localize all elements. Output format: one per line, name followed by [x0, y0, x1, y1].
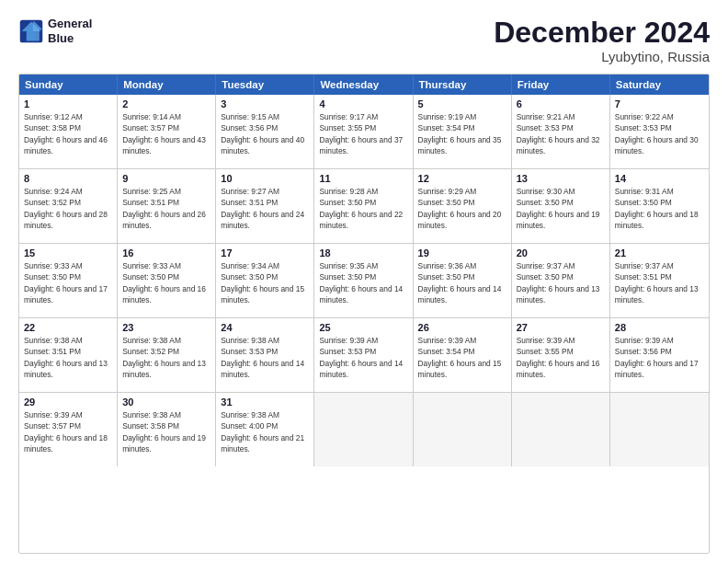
- table-row: 13Sunrise: 9:30 AM Sunset: 3:50 PM Dayli…: [512, 169, 610, 243]
- day-number: 11: [319, 173, 407, 184]
- day-number: 23: [122, 322, 210, 333]
- cell-details: Sunrise: 9:39 AM Sunset: 3:55 PM Dayligh…: [517, 335, 605, 380]
- table-row: 20Sunrise: 9:37 AM Sunset: 3:50 PM Dayli…: [512, 244, 610, 317]
- header-saturday: Saturday: [610, 75, 709, 95]
- cell-details: Sunrise: 9:21 AM Sunset: 3:53 PM Dayligh…: [517, 111, 605, 156]
- cell-details: Sunrise: 9:38 AM Sunset: 3:51 PM Dayligh…: [24, 335, 112, 380]
- table-row: 12Sunrise: 9:29 AM Sunset: 3:50 PM Dayli…: [414, 169, 512, 243]
- table-row: 7Sunrise: 9:22 AM Sunset: 3:53 PM Daylig…: [610, 95, 709, 168]
- header-wednesday: Wednesday: [314, 75, 413, 95]
- table-row: 17Sunrise: 9:34 AM Sunset: 3:50 PM Dayli…: [216, 244, 314, 317]
- calendar-body: 1Sunrise: 9:12 AM Sunset: 3:58 PM Daylig…: [19, 95, 709, 466]
- title-block: December 2024 Lyubytino, Russia: [494, 17, 710, 64]
- cell-details: Sunrise: 9:31 AM Sunset: 3:50 PM Dayligh…: [615, 186, 704, 231]
- table-row: 28Sunrise: 9:39 AM Sunset: 3:56 PM Dayli…: [610, 318, 709, 392]
- cell-details: Sunrise: 9:35 AM Sunset: 3:50 PM Dayligh…: [319, 260, 407, 305]
- day-number: 10: [221, 173, 309, 184]
- cell-details: Sunrise: 9:37 AM Sunset: 3:51 PM Dayligh…: [615, 260, 704, 305]
- day-number: 7: [615, 98, 704, 109]
- cal-row-2: 8Sunrise: 9:24 AM Sunset: 3:52 PM Daylig…: [19, 169, 709, 244]
- cell-details: Sunrise: 9:12 AM Sunset: 3:58 PM Dayligh…: [24, 111, 112, 156]
- cell-details: Sunrise: 9:34 AM Sunset: 3:50 PM Dayligh…: [221, 260, 309, 305]
- table-row: 24Sunrise: 9:38 AM Sunset: 3:53 PM Dayli…: [216, 318, 314, 392]
- header-tuesday: Tuesday: [216, 75, 314, 95]
- day-number: 9: [122, 173, 210, 184]
- location: Lyubytino, Russia: [494, 49, 710, 64]
- month-title: December 2024: [494, 17, 710, 49]
- table-row: 18Sunrise: 9:35 AM Sunset: 3:50 PM Dayli…: [314, 244, 413, 317]
- cell-details: Sunrise: 9:39 AM Sunset: 3:56 PM Dayligh…: [615, 335, 704, 380]
- day-number: 13: [517, 173, 605, 184]
- day-number: 18: [319, 247, 407, 259]
- cell-details: Sunrise: 9:25 AM Sunset: 3:51 PM Dayligh…: [122, 186, 210, 231]
- day-number: 5: [418, 98, 506, 109]
- header-monday: Monday: [118, 75, 216, 95]
- calendar-header: Sunday Monday Tuesday Wednesday Thursday…: [19, 75, 709, 95]
- table-row: 29Sunrise: 9:39 AM Sunset: 3:57 PM Dayli…: [19, 393, 118, 466]
- table-row: 14Sunrise: 9:31 AM Sunset: 3:50 PM Dayli…: [610, 169, 709, 243]
- day-number: 19: [418, 247, 506, 259]
- cell-details: Sunrise: 9:33 AM Sunset: 3:50 PM Dayligh…: [122, 260, 210, 305]
- table-row: 31Sunrise: 9:38 AM Sunset: 4:00 PM Dayli…: [216, 393, 314, 466]
- cell-details: Sunrise: 9:24 AM Sunset: 3:52 PM Dayligh…: [24, 186, 112, 231]
- table-row: 6Sunrise: 9:21 AM Sunset: 3:53 PM Daylig…: [512, 95, 610, 168]
- table-row: 25Sunrise: 9:39 AM Sunset: 3:53 PM Dayli…: [314, 318, 413, 392]
- day-number: 20: [517, 247, 605, 259]
- logo-text: General Blue: [48, 17, 92, 45]
- table-row: 21Sunrise: 9:37 AM Sunset: 3:51 PM Dayli…: [610, 244, 709, 317]
- calendar: Sunday Monday Tuesday Wednesday Thursday…: [18, 74, 710, 554]
- cell-details: Sunrise: 9:14 AM Sunset: 3:57 PM Dayligh…: [122, 111, 210, 156]
- table-row: [414, 393, 512, 466]
- day-number: 16: [122, 247, 210, 259]
- day-number: 2: [122, 98, 210, 109]
- table-row: [610, 393, 709, 466]
- day-number: 25: [319, 322, 407, 333]
- cell-details: Sunrise: 9:38 AM Sunset: 3:52 PM Dayligh…: [122, 335, 210, 380]
- table-row: 8Sunrise: 9:24 AM Sunset: 3:52 PM Daylig…: [19, 169, 118, 243]
- table-row: 26Sunrise: 9:39 AM Sunset: 3:54 PM Dayli…: [414, 318, 512, 392]
- cell-details: Sunrise: 9:17 AM Sunset: 3:55 PM Dayligh…: [319, 111, 407, 156]
- cell-details: Sunrise: 9:39 AM Sunset: 3:57 PM Dayligh…: [24, 409, 112, 454]
- table-row: 10Sunrise: 9:27 AM Sunset: 3:51 PM Dayli…: [216, 169, 314, 243]
- table-row: 9Sunrise: 9:25 AM Sunset: 3:51 PM Daylig…: [118, 169, 216, 243]
- cell-details: Sunrise: 9:36 AM Sunset: 3:50 PM Dayligh…: [418, 260, 506, 305]
- day-number: 4: [319, 98, 407, 109]
- table-row: 2Sunrise: 9:14 AM Sunset: 3:57 PM Daylig…: [118, 95, 216, 168]
- day-number: 3: [221, 98, 309, 109]
- table-row: 3Sunrise: 9:15 AM Sunset: 3:56 PM Daylig…: [216, 95, 314, 168]
- table-row: 5Sunrise: 9:19 AM Sunset: 3:54 PM Daylig…: [414, 95, 512, 168]
- header: General Blue December 2024 Lyubytino, Ru…: [18, 17, 710, 64]
- cell-details: Sunrise: 9:30 AM Sunset: 3:50 PM Dayligh…: [517, 186, 605, 231]
- cal-row-1: 1Sunrise: 9:12 AM Sunset: 3:58 PM Daylig…: [19, 95, 709, 169]
- logo: General Blue: [18, 17, 92, 45]
- cell-details: Sunrise: 9:38 AM Sunset: 4:00 PM Dayligh…: [221, 409, 309, 454]
- table-row: 19Sunrise: 9:36 AM Sunset: 3:50 PM Dayli…: [414, 244, 512, 317]
- day-number: 29: [24, 396, 112, 408]
- header-sunday: Sunday: [19, 75, 118, 95]
- table-row: 30Sunrise: 9:38 AM Sunset: 3:58 PM Dayli…: [118, 393, 216, 466]
- table-row: 1Sunrise: 9:12 AM Sunset: 3:58 PM Daylig…: [19, 95, 118, 168]
- day-number: 21: [615, 247, 704, 259]
- day-number: 15: [24, 247, 112, 259]
- page: General Blue December 2024 Lyubytino, Ru…: [0, 0, 728, 563]
- table-row: 15Sunrise: 9:33 AM Sunset: 3:50 PM Dayli…: [19, 244, 118, 317]
- cell-details: Sunrise: 9:19 AM Sunset: 3:54 PM Dayligh…: [418, 111, 506, 156]
- cal-row-3: 15Sunrise: 9:33 AM Sunset: 3:50 PM Dayli…: [19, 244, 709, 318]
- cal-row-4: 22Sunrise: 9:38 AM Sunset: 3:51 PM Dayli…: [19, 318, 709, 393]
- cell-details: Sunrise: 9:39 AM Sunset: 3:54 PM Dayligh…: [418, 335, 506, 380]
- table-row: 27Sunrise: 9:39 AM Sunset: 3:55 PM Dayli…: [512, 318, 610, 392]
- cell-details: Sunrise: 9:29 AM Sunset: 3:50 PM Dayligh…: [418, 186, 506, 231]
- cal-row-5: 29Sunrise: 9:39 AM Sunset: 3:57 PM Dayli…: [19, 393, 709, 466]
- table-row: 23Sunrise: 9:38 AM Sunset: 3:52 PM Dayli…: [118, 318, 216, 392]
- day-number: 1: [24, 98, 112, 109]
- day-number: 14: [615, 173, 704, 184]
- day-number: 17: [221, 247, 309, 259]
- day-number: 12: [418, 173, 506, 184]
- header-friday: Friday: [512, 75, 610, 95]
- logo-icon: [18, 18, 44, 44]
- day-number: 27: [517, 322, 605, 333]
- cell-details: Sunrise: 9:37 AM Sunset: 3:50 PM Dayligh…: [517, 260, 605, 305]
- cell-details: Sunrise: 9:33 AM Sunset: 3:50 PM Dayligh…: [24, 260, 112, 305]
- header-thursday: Thursday: [414, 75, 512, 95]
- cell-details: Sunrise: 9:38 AM Sunset: 3:53 PM Dayligh…: [221, 335, 309, 380]
